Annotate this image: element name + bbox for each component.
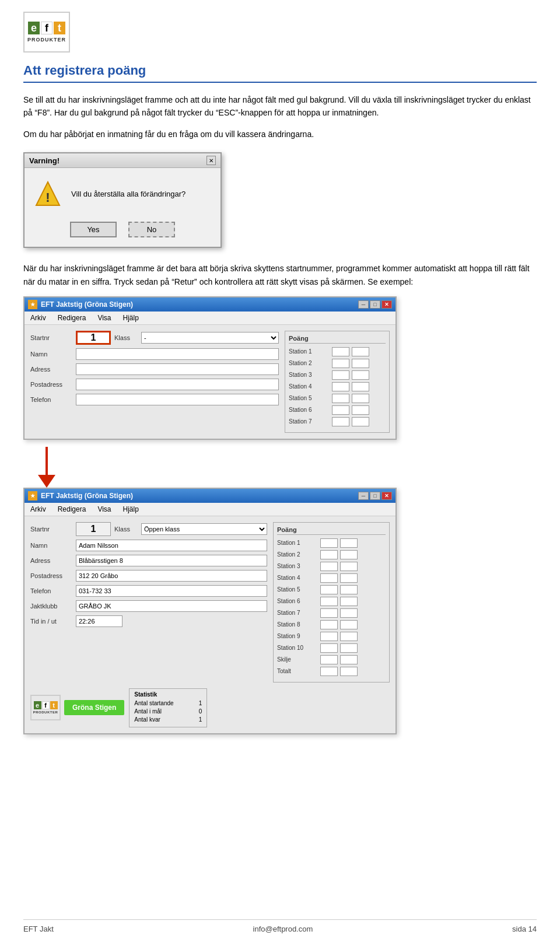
menu-hjalp-1[interactable]: Hjälp [121,313,141,323]
station-7-box1-1 [332,417,349,426]
station-3-box1-1 [332,370,349,380]
startnr-input-2[interactable] [76,522,111,536]
lb-f: f [42,701,50,709]
bottom-section-2: e f t PRODUKTER Gröna Stigen Statistik A… [24,688,396,733]
close-button-2[interactable]: ✕ [382,492,392,500]
tid-label-2: Tid in / ut [30,618,72,625]
namn-input-2[interactable] [76,540,267,551]
station-1-box1-2 [320,538,338,548]
station-4-box2-2 [340,573,358,583]
header: e f t PRODUKTER [23,12,537,52]
skilje-box1-2 [320,655,338,664]
station-2-label-1: Station 2 [289,360,330,366]
down-arrow-icon [23,447,70,488]
jaktklubb-label-2: Jaktklubb [30,603,72,610]
minimize-button-1[interactable]: ─ [358,300,369,309]
skilje-label-2: Skilje [277,656,318,663]
dialog-title: Varning! [29,156,60,165]
form-row-namn-1: Namn [30,348,279,360]
form-row-adress-2: Adress [30,555,267,566]
logo-t: t [54,22,65,34]
logo-e: e [28,22,40,34]
jaktklubb-input-2[interactable] [76,600,267,612]
klass-select-1[interactable]: - [141,332,279,344]
adress-input-2[interactable] [76,555,267,566]
adress-input-1[interactable] [76,363,279,375]
menu-visa-2[interactable]: Visa [95,504,113,514]
app-window-controls-1: ─ □ ✕ [358,300,392,309]
postadress-input-1[interactable] [76,379,279,390]
station-9-label-2: Station 9 [277,633,318,639]
antal-startande-label: Antal startande [134,700,187,706]
postadress-input-2[interactable] [76,570,267,582]
station-10-label-2: Station 10 [277,645,318,651]
station-10-box1-2 [320,643,338,653]
dialog-titlebar: Varning! ✕ [24,153,220,168]
dialog-no-button[interactable]: No [128,222,175,237]
close-button-1[interactable]: ✕ [382,300,392,309]
menu-visa-1[interactable]: Visa [95,313,113,323]
totalt-box1-2 [320,667,338,676]
station-6-box2-2 [340,597,358,606]
warning-dialog: Varning! ✕ ! Vill du återställa alla för… [23,152,222,248]
tid-input-2[interactable] [76,615,123,627]
telefon-input-1[interactable] [76,394,279,405]
app-window-1: ★ EFT Jaktstig (Gröna Stigen) ─ □ ✕ Arki… [23,296,397,440]
app-titlebar-2: ★ EFT Jaktstig (Gröna Stigen) ─ □ ✕ [24,489,396,503]
form-row-startnr-1: Startnr Klass - [30,331,279,345]
menu-redigera-1[interactable]: Redigera [55,313,89,323]
dialog-close-button[interactable]: ✕ [206,156,216,165]
namn-input-1[interactable] [76,348,279,360]
logo-bottom: e f t PRODUKTER Gröna Stigen [30,688,124,727]
station-3-box2-1 [352,370,369,380]
app-menubar-1: Arkiv Redigera Visa Hjälp [24,312,396,325]
station-5-label-1: Station 5 [289,395,330,401]
station-4-box2-1 [352,382,369,391]
paragraph-3: När du har inskrivningsläget framme är d… [23,262,537,288]
form-row-jaktklubb-2: Jaktklubb [30,600,267,612]
totalt-box2-2 [340,667,358,676]
red-arrow [23,447,537,488]
station-6-label-1: Station 6 [289,407,330,413]
app-body-2: Startnr Klass Öppen klass Namn Adress Po… [24,516,396,688]
station-7-box2-2 [340,608,358,618]
startnr-input-1[interactable] [76,331,111,345]
station-1-box1-1 [332,347,349,356]
postadress-label-2: Postadress [30,572,72,579]
app-body-1: Startnr Klass - Namn Adress Postadress T [24,325,396,439]
station-7-label-2: Station 7 [277,610,318,616]
poang-row-s2-1: Station 2 [289,359,386,368]
stat-row-kvar: Antal kvar 1 [134,716,202,723]
menu-hjalp-2[interactable]: Hjälp [121,504,141,514]
logo-letters: e f t [28,22,65,34]
telefon-input-2[interactable] [76,585,267,597]
station-6-box1-1 [332,405,349,415]
footer-left: EFT Jakt [23,925,54,933]
menu-redigera-2[interactable]: Redigera [55,504,89,514]
dialog-content: ! Vill du återställa alla förändringar? [24,168,220,217]
form-row-tid-2: Tid in / ut [30,615,267,627]
maximize-button-2[interactable]: □ [370,492,380,500]
paragraph-1: Se till att du har inskrivningsläget fra… [23,93,537,120]
antal-i-mal-value: 0 [190,708,202,715]
station-4-label-2: Station 4 [277,575,318,581]
dialog-yes-button[interactable]: Yes [70,222,117,237]
app-window-title-2: EFT Jaktstig (Gröna Stigen) [41,492,133,500]
menu-arkiv-2[interactable]: Arkiv [28,504,48,514]
station-2-box1-1 [332,359,349,368]
menu-arkiv-1[interactable]: Arkiv [28,313,48,323]
station-1-box2-2 [340,538,358,548]
station-1-label-2: Station 1 [277,540,318,546]
gron-stigen-button[interactable]: Gröna Stigen [64,700,124,715]
namn-label-1: Namn [30,351,72,358]
minimize-button-2[interactable]: ─ [358,492,369,500]
page-footer: EFT Jakt info@eftprod.com sida 14 [23,919,537,933]
form-row-namn-2: Namn [30,540,267,551]
station-3-box1-2 [320,562,338,571]
station-6-box2-1 [352,405,369,415]
station-2-box1-2 [320,550,338,559]
station-4-label-1: Station 4 [289,383,330,390]
warning-triangle-icon: ! [34,180,62,208]
klass-select-2[interactable]: Öppen klass [141,523,267,535]
maximize-button-1[interactable]: □ [370,300,380,309]
